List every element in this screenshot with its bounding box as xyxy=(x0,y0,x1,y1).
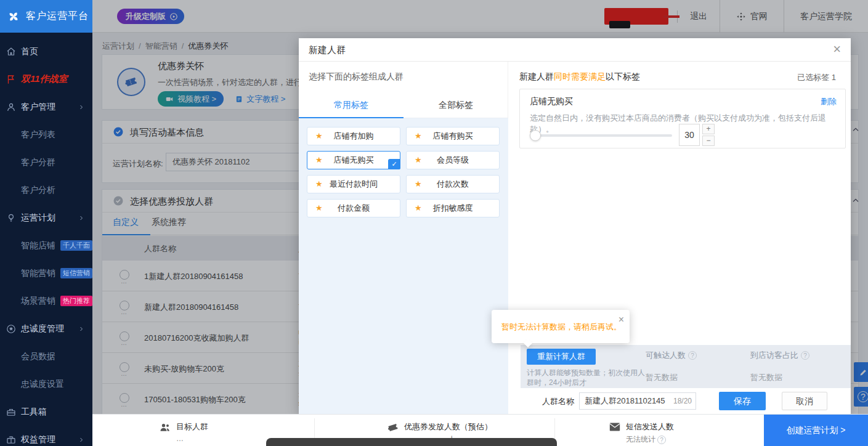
star-icon: ★ xyxy=(415,128,422,145)
tag-button-no-purchase[interactable]: ★店铺无购买✓ xyxy=(307,151,400,169)
tag-label: 店铺有加购 xyxy=(334,131,374,140)
modal-title: 新建人群 xyxy=(309,44,346,56)
sidebar-item-customer-list[interactable]: 客户列表 xyxy=(0,121,92,148)
reachable-count-value: 暂无数据 xyxy=(646,372,678,383)
days-value-input[interactable]: 30 xyxy=(679,124,700,146)
sms-count-value: 无法统计 xyxy=(626,434,655,445)
stat-label: 可触达人数 xyxy=(646,350,686,361)
sidebar-label: 客户分析 xyxy=(21,185,55,196)
selected-tag-card: 店铺无购买 删除 选定自然日内，没有购买过本店商品的消费者（购买以支付成功为准，… xyxy=(519,89,846,148)
sidebar-item-double11[interactable]: 双11作战室 xyxy=(0,65,92,93)
tag-card-title: 店铺无购买 xyxy=(530,96,573,107)
tooltip-close-icon[interactable]: × xyxy=(619,314,624,325)
sidebar-item-loyalty-settings[interactable]: 忠诚度设置 xyxy=(0,370,92,398)
chevron-right-icon xyxy=(78,436,85,444)
tag-config-panel: 新建人群同时需要满足以下标签 已选标签 1 店铺无购买 删除 选定自然日内，没有… xyxy=(508,62,851,414)
star-icon: ★ xyxy=(315,200,323,217)
save-button[interactable]: 保存 xyxy=(719,392,766,410)
tab-common-tags[interactable]: 常用标签 xyxy=(299,100,404,111)
tag-label: 店铺有购买 xyxy=(433,131,473,140)
modal-close-icon[interactable]: × xyxy=(833,43,841,56)
sidebar-label: 客户管理 xyxy=(21,102,55,113)
stat-label: 到店访客占比 xyxy=(750,350,798,361)
star-icon: ★ xyxy=(315,176,323,193)
new-audience-modal: 新建人群 × 选择下面的标签组成人群 常用标签 全部标签 ★店铺有加购 ★店铺有… xyxy=(299,38,851,414)
slider-handle[interactable] xyxy=(530,130,541,141)
sidebar-item-customer-analysis[interactable]: 客户分析 xyxy=(0,176,92,204)
sidebar-item-smart-shop[interactable]: 智能店铺 千人千面 xyxy=(0,232,92,259)
chevron-right-icon xyxy=(78,214,85,222)
coupon-count-label: 优惠券发放人数（预估） xyxy=(404,421,492,432)
tag-label: 会员等级 xyxy=(437,155,469,164)
question-circle-icon[interactable]: ? xyxy=(688,351,697,360)
user-icon xyxy=(6,102,17,113)
tag-button-cart-added[interactable]: ★店铺有加购 xyxy=(307,127,400,145)
home-icon xyxy=(6,46,17,57)
recalculate-button[interactable]: 重新计算人群 xyxy=(527,349,596,365)
chevron-right-icon xyxy=(78,103,85,111)
sidebar-item-benefits-mgmt[interactable]: 权益管理 xyxy=(0,426,92,446)
tag-label: 付款次数 xyxy=(437,179,469,189)
bottom-dark-strip xyxy=(266,438,557,446)
tag-button-last-payment-time[interactable]: ★最近付款时间 xyxy=(307,175,400,193)
warning-tooltip: 暂时无法计算数据，请稍后再试。 × xyxy=(492,310,630,343)
envelope-icon xyxy=(609,421,621,432)
sidebar-item-customer-segment[interactable]: 客户分群 xyxy=(0,148,92,176)
decrement-button[interactable]: − xyxy=(702,136,715,146)
sidebar-item-customer-mgmt[interactable]: 客户管理 xyxy=(0,93,92,121)
create-plan-button[interactable]: 创建运营计划 > xyxy=(764,415,868,446)
target-audience-label: 目标人群 xyxy=(176,421,208,432)
toolbox-icon xyxy=(6,407,17,418)
sidebar-label: 智能店铺 xyxy=(21,240,55,251)
visitor-ratio-label: 到店访客占比 ? xyxy=(750,350,809,361)
sidebar-item-member-data[interactable]: 会员数据 xyxy=(0,343,92,370)
sidebar-badge: 千人千面 xyxy=(60,240,92,251)
question-circle-icon[interactable]: ? xyxy=(657,436,666,444)
sidebar-label: 首页 xyxy=(21,46,38,57)
sidebar-item-toolbox[interactable]: 工具箱 xyxy=(0,398,92,426)
target-audience-item: 目标人群 … xyxy=(159,421,208,443)
tag-button-payment-count[interactable]: ★付款次数 xyxy=(406,175,500,193)
flag-icon xyxy=(6,74,17,85)
caption-part: 以下标签 xyxy=(606,71,640,81)
app-logo[interactable]: 客户运营平台 xyxy=(0,0,92,33)
star-icon: ★ xyxy=(415,176,422,193)
sidebar-label: 权益管理 xyxy=(21,434,55,445)
sidebar-label: 忠诚度管理 xyxy=(21,323,64,334)
tag-label: 折扣敏感度 xyxy=(433,203,473,213)
sidebar-label: 双11作战室 xyxy=(21,73,68,85)
sidebar-item-scene-marketing[interactable]: 场景营销 热门推荐 xyxy=(0,287,92,315)
tag-button-member-level[interactable]: ★会员等级 xyxy=(406,151,500,169)
app-root: 升级定制版 退出 官网 客户运营学院 客户运 xyxy=(0,0,868,446)
tab-all-tags[interactable]: 全部标签 xyxy=(404,100,508,111)
config-panel-caption: 新建人群同时需要满足以下标签 xyxy=(519,71,640,83)
question-circle-icon[interactable]: ? xyxy=(801,351,809,360)
sidebar-label: 客户分群 xyxy=(21,157,55,168)
recalculate-note: 计算人群能够预知数量；初次使用人群时，24小时后才 xyxy=(527,368,645,387)
sidebar-label: 运营计划 xyxy=(21,213,55,224)
gift-icon xyxy=(6,434,17,445)
star-icon: ★ xyxy=(415,200,422,217)
delete-tag-link[interactable]: 删除 xyxy=(821,96,837,107)
tag-button-has-purchase[interactable]: ★店铺有购买 xyxy=(406,127,500,145)
visitor-ratio-value: 暂无数据 xyxy=(750,372,782,383)
sidebar-item-home[interactable]: 首页 xyxy=(0,38,92,65)
sidebar-badge: 短信营销 xyxy=(60,268,92,278)
sidebar-item-smart-marketing[interactable]: 智能营销 短信营销 xyxy=(0,259,92,287)
star-icon: ★ xyxy=(415,152,422,169)
audience-name-input[interactable]: 新建人群20181102145 18/20 xyxy=(579,392,696,410)
star-icon: ★ xyxy=(315,128,323,145)
tag-button-discount-sensitivity[interactable]: ★折扣敏感度 xyxy=(406,199,500,217)
people-icon xyxy=(159,421,171,434)
selected-check-badge: ✓ xyxy=(388,159,400,169)
slider-track[interactable] xyxy=(535,134,672,137)
tag-select-panel: 选择下面的标签组成人群 常用标签 全部标签 ★店铺有加购 ★店铺有购买 ★店铺无… xyxy=(299,62,508,414)
tag-label: 最近付款时间 xyxy=(330,179,378,189)
sidebar-item-operation-plan[interactable]: 运营计划 xyxy=(0,204,92,232)
tag-grid: ★店铺有加购 ★店铺有购买 ★店铺无购买✓ ★会员等级 ★最近付款时间 ★付款次… xyxy=(299,118,508,414)
sms-count-item: 短信发送人数 无法统计? xyxy=(609,421,674,445)
tag-button-payment-amount[interactable]: ★付款金额 xyxy=(307,199,400,217)
cancel-button[interactable]: 取消 xyxy=(782,392,827,410)
sidebar-item-loyalty-mgmt[interactable]: 忠诚度管理 xyxy=(0,315,92,343)
increment-button[interactable]: + xyxy=(702,124,715,134)
